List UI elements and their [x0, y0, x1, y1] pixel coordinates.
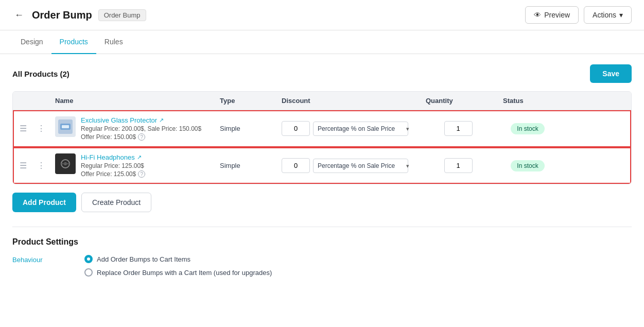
- create-product-button[interactable]: Create Product: [81, 193, 151, 212]
- product-cell-2: Hi-Fi Headphones ↗ Regular Price: 125.00…: [49, 153, 214, 178]
- discount-input-1[interactable]: [282, 121, 310, 136]
- product-info-2: Hi-Fi Headphones ↗ Regular Price: 125.00…: [81, 153, 145, 178]
- header-right: 👁 Preview Actions ▾: [525, 6, 632, 24]
- svg-rect-6: [61, 163, 69, 164]
- drag-handle-1[interactable]: ☰: [13, 124, 33, 133]
- discount-select-wrapper-2: Percentage % on Sale Price Fixed Amount: [313, 159, 413, 173]
- more-menu-2[interactable]: ⋮: [33, 161, 49, 170]
- col-name: Name: [49, 97, 214, 105]
- product-offer-price-1: Offer Price: 150.00$ ?: [81, 133, 201, 141]
- more-menu-1[interactable]: ⋮: [33, 124, 49, 133]
- status-badge-1: In stock: [511, 123, 544, 134]
- tab-rules[interactable]: Rules: [96, 30, 131, 54]
- all-products-title: All Products (2): [12, 70, 69, 78]
- tab-products[interactable]: Products: [51, 30, 96, 54]
- section-header: All Products (2) Save: [12, 64, 632, 83]
- radio-add-to-cart[interactable]: Add Order Bumps to Cart Items: [84, 255, 272, 263]
- tab-design[interactable]: Design: [12, 30, 51, 54]
- status-cell-2: In stock: [497, 160, 559, 171]
- help-icon-1[interactable]: ?: [138, 133, 145, 141]
- action-buttons: Add Product Create Product: [12, 193, 632, 212]
- radio-btn-replace-cart: [84, 268, 93, 277]
- discount-select-wrapper-1: Percentage % on Sale Price Fixed Amount: [313, 122, 413, 136]
- col-status: Status: [497, 97, 559, 105]
- add-product-button[interactable]: Add Product: [12, 193, 76, 212]
- product-info-1: Exclusive Glass Protector ↗ Regular Pric…: [81, 116, 201, 141]
- behaviour-label: Behaviour: [12, 255, 64, 264]
- settings-title: Product Settings: [12, 237, 632, 247]
- quantity-input-2[interactable]: [444, 158, 473, 173]
- quantity-input-1[interactable]: [444, 121, 473, 136]
- product-thumb-1: [55, 116, 76, 137]
- tabs: Design Products Rules: [0, 30, 644, 54]
- preview-label: Preview: [544, 11, 570, 19]
- drag-handle-2[interactable]: ☰: [13, 161, 33, 170]
- discount-type-select-1[interactable]: Percentage % on Sale Price Fixed Amount: [313, 122, 408, 136]
- header: ← Order Bump Order Bump 👁 Preview Action…: [0, 0, 644, 30]
- discount-type-select-2[interactable]: Percentage % on Sale Price Fixed Amount: [313, 159, 408, 173]
- product-regular-price-1: Regular Price: 200.00$, Sale Price: 150.…: [81, 125, 201, 132]
- header-left: ← Order Bump Order Bump: [12, 8, 146, 23]
- svg-rect-2: [62, 125, 69, 128]
- products-table: Name Type Discount Quantity Status ☰ ⋮: [12, 91, 632, 184]
- actions-chevron-icon: ▾: [619, 11, 623, 19]
- status-cell-1: In stock: [497, 123, 559, 134]
- table-row: ☰ ⋮ Hi-Fi Headphones ↗ Regular: [13, 147, 631, 184]
- product-cell-1: Exclusive Glass Protector ↗ Regular Pric…: [49, 116, 214, 141]
- discount-cell-2: Percentage % on Sale Price Fixed Amount: [275, 158, 420, 173]
- table-header: Name Type Discount Quantity Status: [13, 92, 631, 110]
- actions-button[interactable]: Actions ▾: [584, 6, 632, 24]
- preview-icon: 👁: [534, 11, 541, 19]
- radio-label-replace-cart: Replace Order Bumps with a Cart Item (us…: [97, 269, 272, 277]
- radio-btn-add-to-cart: [84, 255, 93, 263]
- product-offer-price-2: Offer Price: 125.00$ ?: [81, 170, 145, 178]
- discount-input-2[interactable]: [282, 158, 310, 173]
- actions-label: Actions: [593, 11, 616, 19]
- product-regular-price-2: Regular Price: 125.00$: [81, 162, 145, 169]
- preview-button[interactable]: 👁 Preview: [525, 6, 579, 24]
- back-button[interactable]: ←: [12, 8, 26, 23]
- page-title: Order Bump: [32, 9, 92, 21]
- external-link-icon-1: ↗: [159, 117, 164, 124]
- col-quantity: Quantity: [420, 97, 497, 105]
- content: All Products (2) Save Name Type Discount…: [0, 54, 644, 287]
- help-icon-2[interactable]: ?: [138, 170, 145, 178]
- qty-cell-2: [420, 158, 497, 173]
- table-row: ☰ ⋮ Exclusive Glass Protector ↗ Regular …: [13, 110, 631, 147]
- product-name-2[interactable]: Hi-Fi Headphones ↗: [81, 153, 145, 161]
- col-type: Type: [214, 97, 275, 105]
- breadcrumb-badge: Order Bump: [98, 9, 146, 21]
- save-button[interactable]: Save: [590, 64, 632, 83]
- settings-row: Behaviour Add Order Bumps to Cart Items …: [12, 255, 632, 277]
- type-cell-1: Simple: [214, 125, 275, 132]
- radio-label-add-to-cart: Add Order Bumps to Cart Items: [97, 255, 190, 263]
- product-thumb-2: [55, 153, 76, 174]
- col-discount: Discount: [275, 97, 420, 105]
- external-link-icon-2: ↗: [137, 154, 142, 161]
- status-badge-2: In stock: [511, 160, 544, 171]
- discount-cell-1: Percentage % on Sale Price Fixed Amount: [275, 121, 420, 136]
- product-name-1[interactable]: Exclusive Glass Protector ↗: [81, 116, 201, 124]
- product-settings: Product Settings Behaviour Add Order Bum…: [12, 227, 632, 277]
- radio-replace-cart[interactable]: Replace Order Bumps with a Cart Item (us…: [84, 268, 272, 277]
- behaviour-options: Add Order Bumps to Cart Items Replace Or…: [84, 255, 272, 277]
- qty-cell-1: [420, 121, 497, 136]
- type-cell-2: Simple: [214, 162, 275, 169]
